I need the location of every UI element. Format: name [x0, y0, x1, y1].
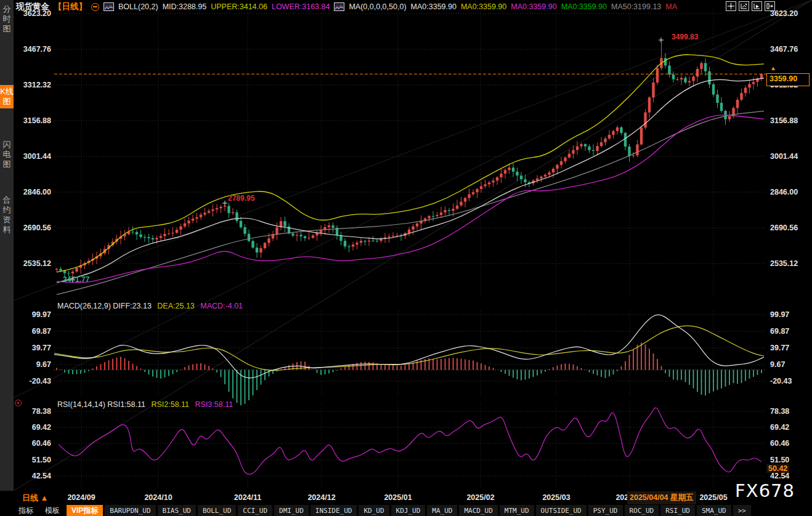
svg-text:60.46: 60.46 — [32, 439, 51, 448]
rsi3-value: RSI3:58.11 — [195, 400, 233, 409]
date-label: 2024/09 — [67, 493, 95, 502]
toolbar-macd-button[interactable]: MACD_UD — [459, 505, 497, 516]
svg-text:99.97: 99.97 — [770, 310, 789, 319]
macd-dea-value: DEA:25.13 — [157, 302, 194, 310]
toolbar-kd-button[interactable]: KD_UD — [359, 505, 389, 516]
toolbar-inside-button[interactable]: INSIDE_UD — [311, 505, 357, 516]
svg-text:69.87: 69.87 — [770, 327, 789, 336]
date-tooltip: 2025/04/04 星期五 — [627, 491, 696, 504]
toolbar-ma-button[interactable]: MA_UD — [427, 505, 457, 516]
macd-diff-value: DIFF:23.13 — [113, 302, 152, 310]
svg-text:3467.76: 3467.76 — [770, 45, 798, 54]
brand-watermark: FX678 — [735, 480, 795, 501]
svg-text:3156.88: 3156.88 — [770, 116, 798, 125]
toolbar-indicator-button[interactable]: 指标 — [14, 505, 38, 516]
svg-text:2690.56: 2690.56 — [23, 224, 51, 232]
svg-text:2535.12: 2535.12 — [23, 259, 51, 268]
svg-text:42.54: 42.54 — [32, 472, 51, 480]
toolbar-rsi-button[interactable]: RSI_UD — [660, 505, 695, 516]
toolbar-more-button[interactable]: >> — [733, 505, 751, 516]
indicator-alert-icon[interactable] — [15, 400, 22, 406]
rsi-panel-header: RSI(14,14,14) RSI1:58.11 RSI2:58.11 RSI3… — [57, 400, 233, 409]
svg-text:78.38: 78.38 — [770, 407, 789, 416]
svg-text:60.46: 60.46 — [770, 439, 789, 448]
svg-text:99.97: 99.97 — [32, 310, 51, 319]
svg-text:3156.88: 3156.88 — [23, 116, 51, 125]
svg-text:-20.43: -20.43 — [770, 377, 792, 385]
svg-text:39.77: 39.77 — [770, 344, 789, 352]
toolbar-mtm-button[interactable]: MTM_UD — [500, 505, 534, 516]
current-price-tag: 3359.90 — [766, 73, 810, 86]
svg-text:-20.43: -20.43 — [30, 377, 51, 385]
toolbar-kdj-button[interactable]: KDJ_UD — [391, 505, 426, 516]
rsi2-value: RSI2:58.11 — [151, 400, 189, 409]
date-axis: 日线 ▲ 2024/09 2024/10 2024/11 2024/12 202… — [0, 491, 812, 505]
toolbar-dmi-button[interactable]: DMI_UD — [274, 505, 309, 516]
rsi-line — [59, 408, 761, 474]
toolbar-outside-button[interactable]: OUTSIDE_UD — [536, 505, 587, 516]
svg-text:78.38: 78.38 — [32, 407, 51, 416]
grid-lines — [14, 0, 812, 491]
macd-value: MACD:-4.01 — [200, 302, 243, 310]
toolbar-vip-indicator-button[interactable]: VIP指标 — [67, 505, 103, 516]
rsi-current-tag: 50.42 — [766, 464, 789, 473]
svg-text:3467.76: 3467.76 — [23, 45, 51, 54]
svg-text:39.77: 39.77 — [32, 344, 51, 352]
main-chart-canvas[interactable]: 3623.203623.203467.763467.763312.323312.… — [0, 0, 812, 491]
date-label: 2024/12 — [307, 493, 335, 502]
svg-text:2690.56: 2690.56 — [770, 224, 798, 232]
macd-title: MACD(26,12,9) — [57, 302, 111, 310]
macd-panel-header: MACD(26,12,9) DIFF:23.13 DEA:25.13 MACD:… — [57, 302, 243, 310]
date-label: 2024/10 — [144, 493, 172, 502]
toolbar-barupdn-button[interactable]: BARUPDN_UD — [105, 505, 155, 516]
svg-text:51.50: 51.50 — [32, 456, 51, 464]
svg-text:2846.00: 2846.00 — [23, 188, 51, 196]
toolbar-roc-button[interactable]: ROC_UD — [625, 505, 659, 516]
svg-text:9.67: 9.67 — [770, 360, 785, 369]
toolbar-boll-button[interactable]: BOLL_UD — [198, 505, 236, 516]
overlay-ma-lines — [57, 55, 764, 295]
period-selector[interactable]: 日线 ▲ — [22, 493, 48, 504]
date-label: 2025/05 — [699, 493, 727, 502]
peak-price-label: 3499.83 — [672, 33, 698, 41]
date-label: 2025/01 — [384, 493, 412, 502]
toolbar-template-button[interactable]: 模板 — [40, 505, 65, 516]
svg-text:9.67: 9.67 — [36, 360, 51, 369]
price-up-arrow-icon: ▲ — [770, 65, 776, 71]
toolbar-psy-button[interactable]: PSY_UD — [588, 505, 623, 516]
svg-text:3001.44: 3001.44 — [770, 152, 798, 161]
candlesticks — [55, 42, 763, 278]
toolbar-sma-button[interactable]: SMA_UD — [697, 505, 731, 516]
trading-app: 分时图 K线图 闪电图 合约资料 现货黄金 【日线】 BOLL(20,2) MI… — [0, 0, 812, 516]
toolbar-bias-button[interactable]: BIAS_UD — [158, 505, 196, 516]
date-label: 2025/02 — [466, 493, 494, 502]
october-high-label: 2789.95 — [228, 194, 254, 203]
svg-text:69.42: 69.42 — [770, 423, 789, 432]
svg-text:2846.00: 2846.00 — [770, 188, 798, 196]
date-label: 2025/03 — [542, 493, 570, 502]
svg-text:3623.20: 3623.20 — [770, 9, 798, 18]
svg-text:69.87: 69.87 — [32, 327, 51, 336]
svg-text:3001.44: 3001.44 — [23, 152, 51, 161]
svg-text:42.54: 42.54 — [770, 472, 789, 480]
svg-text:3312.32: 3312.32 — [23, 81, 51, 89]
svg-text:3623.20: 3623.20 — [23, 9, 51, 18]
svg-text:69.42: 69.42 — [32, 423, 51, 432]
rsi1-value: RSI1:58.11 — [107, 400, 145, 409]
rsi-title: RSI(14,14,14) — [57, 400, 105, 409]
svg-text:2535.12: 2535.12 — [770, 259, 798, 268]
svg-text:51.50: 51.50 — [770, 456, 789, 464]
august-low-label: 2471.77 — [63, 275, 89, 284]
toolbar-cci-button[interactable]: CCI_UD — [238, 505, 272, 516]
indicator-toolbar: 指标 模板 VIP指标 BARUPDN_UD BIAS_UD BOLL_UD C… — [0, 505, 812, 516]
date-label: 2024/11 — [234, 493, 262, 502]
